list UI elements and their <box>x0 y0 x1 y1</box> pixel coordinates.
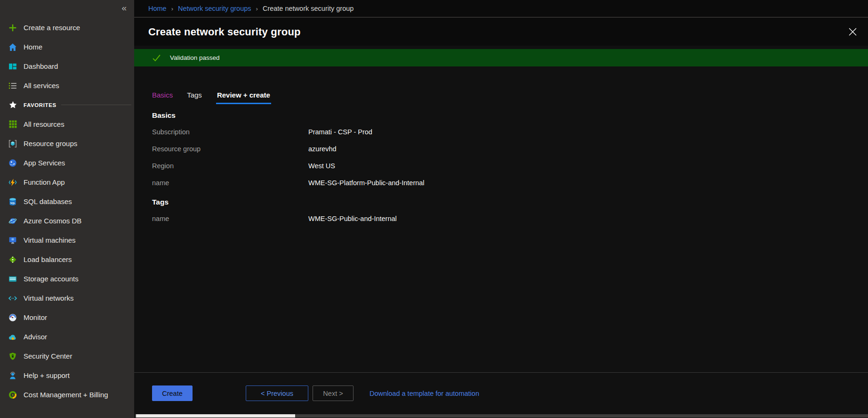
sidebar-item-virtual-networks[interactable]: Virtual networks <box>0 288 134 308</box>
sidebar-item-virtual-machines[interactable]: Virtual machines <box>0 230 134 250</box>
tab-basics[interactable]: Basics <box>152 91 173 104</box>
sidebar-item-label: Security Center <box>24 352 72 360</box>
donut-icon: $ <box>8 390 17 400</box>
sidebar-item-resource-groups[interactable]: Resource groups <box>0 134 134 153</box>
sidebar-item-azure-cosmos-db[interactable]: Azure Cosmos DB <box>0 211 134 230</box>
sidebar-item-label: Azure Cosmos DB <box>24 217 81 225</box>
tab-bar: Basics Tags Review + create <box>152 91 285 104</box>
sidebar-item-label: Load balancers <box>24 255 72 263</box>
sidebar-item-cost-management-billing[interactable]: $ Cost Management + Billing <box>0 385 134 404</box>
blade-titlebar: Create network security group <box>134 18 868 46</box>
review-summary: Basics Subscription Pramati - CSP - Prod… <box>152 111 849 227</box>
sidebar-item-label: Virtual machines <box>24 236 76 244</box>
validation-banner-text: Validation passed <box>170 54 220 61</box>
checkmark-icon <box>152 54 161 62</box>
breadcrumb-current: Create network security group <box>263 5 354 12</box>
review-row-resource-group: Resource group azurevhd <box>152 140 849 157</box>
person-icon <box>8 371 17 380</box>
sidebar-item-label: Virtual networks <box>24 294 73 302</box>
row-label: name <box>152 215 308 222</box>
sidebar: « Create a resource Home Dashboard All s… <box>0 0 134 418</box>
review-row-name: name WME-SG-Platform-Public-and-Internal <box>152 174 849 191</box>
sidebar-collapse-icon[interactable]: « <box>121 3 127 13</box>
sidebar-item-label: Storage accounts <box>24 275 79 283</box>
planet-icon <box>8 216 17 226</box>
cloud-icon <box>8 332 17 342</box>
close-icon[interactable] <box>846 26 859 38</box>
sidebar-item-security-center[interactable]: Security Center <box>0 346 134 366</box>
sidebar-item-label: Monitor <box>24 313 47 321</box>
row-value: WME-SG-Public-and-Internal <box>308 215 397 222</box>
sidebar-item-label: Help + support <box>24 371 70 379</box>
sidebar-item-advisor[interactable]: Advisor <box>0 327 134 346</box>
globe-icon <box>8 158 17 168</box>
sidebar-item-app-services[interactable]: App Services <box>0 153 134 172</box>
create-button[interactable]: Create <box>152 385 193 401</box>
row-value: WME-SG-Platform-Public-and-Internal <box>308 179 425 187</box>
sidebar-item-all-services[interactable]: All services <box>0 76 134 95</box>
plus-icon <box>8 23 17 33</box>
horizontal-scrollbar-thumb[interactable] <box>136 414 295 418</box>
row-value: azurevhd <box>308 145 337 153</box>
page-title: Create network security group <box>148 26 301 38</box>
svg-text:SQL: SQL <box>10 201 16 204</box>
breadcrumb-network-security-groups[interactable]: Network security groups <box>178 5 251 12</box>
row-label: name <box>152 179 308 187</box>
favorites-divider <box>61 105 131 105</box>
sidebar-item-load-balancers[interactable]: Load balancers <box>0 250 134 269</box>
sidebar-item-label: SQL databases <box>24 197 72 205</box>
shield-icon <box>8 352 17 361</box>
sidebar-item-home[interactable]: Home <box>0 37 134 57</box>
stack-icon <box>8 274 17 284</box>
dashboard-icon <box>8 62 17 71</box>
row-value: West US <box>308 162 335 170</box>
home-icon <box>8 42 17 52</box>
validation-banner: Validation passed <box>134 49 868 66</box>
sidebar-item-create-a-resource[interactable]: Create a resource <box>0 18 134 37</box>
angle-brackets-icon <box>8 294 17 303</box>
star-icon <box>8 100 17 110</box>
breadcrumb-separator: › <box>256 5 258 12</box>
previous-button[interactable]: < Previous <box>246 385 308 401</box>
tab-review-create[interactable]: Review + create <box>216 91 271 104</box>
review-row-region: Region West US <box>152 157 849 174</box>
sidebar-nav: Create a resource Home Dashboard All ser… <box>0 18 134 404</box>
list-icon <box>8 81 17 90</box>
sidebar-item-help-support[interactable]: Help + support <box>0 366 134 385</box>
sidebar-section-label: FAVORITES <box>24 102 56 108</box>
next-button[interactable]: Next > <box>313 385 354 401</box>
breadcrumb-home[interactable]: Home <box>148 5 167 12</box>
sidebar-item-function-app[interactable]: Function App <box>0 172 134 192</box>
main-blade: Home › Network security groups › Create … <box>134 0 868 418</box>
diamond-icon <box>8 255 17 264</box>
row-label: Resource group <box>152 145 308 153</box>
row-label: Subscription <box>152 128 308 136</box>
sidebar-item-label: All resources <box>24 120 64 128</box>
sidebar-item-label: Advisor <box>24 333 47 341</box>
breadcrumb: Home › Network security groups › Create … <box>134 0 868 17</box>
sidebar-item-label: Cost Management + Billing <box>24 391 108 399</box>
sidebar-item-sql-databases[interactable]: SQL SQL databases <box>0 192 134 211</box>
gauge-icon <box>8 313 17 322</box>
vm-screen-icon <box>8 236 17 245</box>
breadcrumb-separator: › <box>171 5 173 12</box>
row-value: Pramati - CSP - Prod <box>308 128 372 136</box>
sidebar-item-monitor[interactable]: Monitor <box>0 308 134 327</box>
sidebar-item-label: App Services <box>24 159 65 167</box>
review-row-subscription: Subscription Pramati - CSP - Prod <box>152 123 849 140</box>
tab-tags[interactable]: Tags <box>187 91 202 104</box>
horizontal-scrollbar[interactable] <box>135 414 868 418</box>
sidebar-item-label: Resource groups <box>24 139 77 148</box>
sidebar-item-all-resources[interactable]: All resources <box>0 115 134 134</box>
lightning-icon <box>8 178 17 187</box>
download-template-link[interactable]: Download a template for automation <box>370 390 479 397</box>
cube-icon <box>8 139 17 148</box>
sidebar-item-storage-accounts[interactable]: Storage accounts <box>0 269 134 288</box>
blade-footer: Create < Previous Next > Download a temp… <box>134 372 868 414</box>
sidebar-item-label: Create a resource <box>24 24 80 32</box>
grid-icon <box>8 120 17 129</box>
section-heading-tags: Tags <box>152 198 849 210</box>
sidebar-item-label: All services <box>24 82 59 90</box>
review-row-tag-name: name WME-SG-Public-and-Internal <box>152 210 849 227</box>
sidebar-item-dashboard[interactable]: Dashboard <box>0 57 134 76</box>
